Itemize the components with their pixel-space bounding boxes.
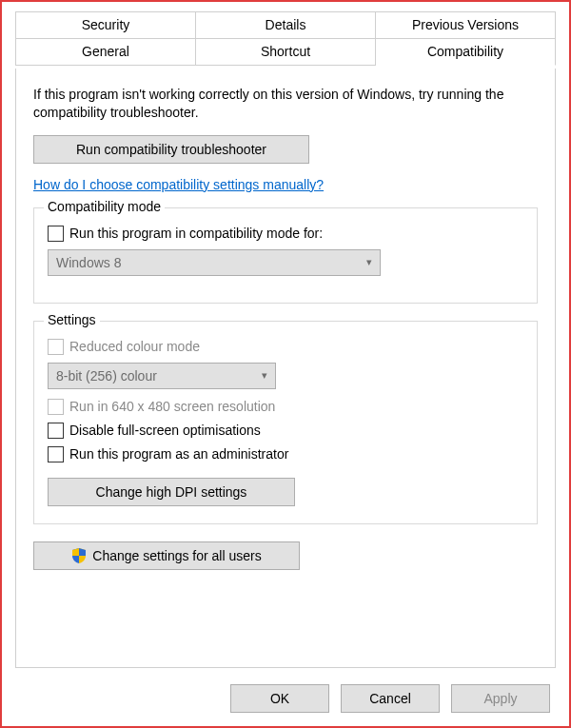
tab-general[interactable]: General — [15, 38, 196, 66]
chevron-down-icon: ▾ — [366, 256, 372, 268]
apply-button[interactable]: Apply — [451, 684, 550, 713]
cancel-button[interactable]: Cancel — [341, 684, 440, 713]
properties-dialog: Security Details Previous Versions Gener… — [0, 0, 571, 728]
disable-fullscreen-label: Disable full-screen optimisations — [69, 423, 261, 438]
colour-dropdown-value: 8-bit (256) colour — [56, 368, 157, 384]
tab-shortcut[interactable]: Shortcut — [196, 38, 376, 66]
ok-button[interactable]: OK — [230, 684, 329, 713]
tab-details[interactable]: Details — [196, 11, 376, 39]
tab-security[interactable]: Security — [15, 11, 196, 39]
compatibility-panel: If this program isn't working correctly … — [15, 69, 556, 668]
dialog-buttons: OK Cancel Apply — [230, 684, 550, 713]
compat-mode-checkbox-label: Run this program in compatibility mode f… — [69, 226, 323, 241]
disable-fullscreen-checkbox[interactable] — [48, 423, 64, 439]
change-dpi-button[interactable]: Change high DPI settings — [48, 478, 295, 506]
compat-mode-checkbox[interactable] — [48, 226, 64, 242]
compat-mode-legend: Compatibility mode — [44, 199, 165, 214]
tab-previous-versions[interactable]: Previous Versions — [376, 11, 556, 39]
intro-text: If this program isn't working correctly … — [33, 86, 538, 122]
run-as-admin-label: Run this program as an administrator — [69, 446, 288, 462]
tab-compatibility[interactable]: Compatibility — [376, 38, 556, 66]
run-640-label: Run in 640 x 480 screen resolution — [69, 399, 275, 414]
shield-icon — [71, 548, 87, 563]
chevron-down-icon: ▾ — [262, 369, 267, 382]
run-as-admin-checkbox[interactable] — [48, 446, 64, 462]
tab-strip: Security Details Previous Versions Gener… — [15, 11, 556, 66]
change-all-users-label: Change settings for all users — [92, 548, 261, 563]
colour-dropdown: 8-bit (256) colour ▾ — [48, 363, 276, 389]
help-link[interactable]: How do I choose compatibility settings m… — [33, 177, 538, 192]
compat-mode-dropdown-value: Windows 8 — [56, 255, 121, 270]
reduced-colour-checkbox — [48, 339, 64, 355]
reduced-colour-label: Reduced colour mode — [69, 339, 200, 354]
run-640-checkbox — [48, 399, 64, 415]
compat-mode-dropdown[interactable]: Windows 8 ▾ — [48, 249, 381, 276]
settings-group: Settings Reduced colour mode 8-bit (256)… — [33, 321, 538, 524]
run-troubleshooter-button[interactable]: Run compatibility troubleshooter — [33, 135, 309, 164]
compat-mode-group: Compatibility mode Run this program in c… — [33, 207, 538, 304]
change-all-users-button[interactable]: Change settings for all users — [33, 541, 300, 570]
settings-legend: Settings — [44, 312, 100, 327]
